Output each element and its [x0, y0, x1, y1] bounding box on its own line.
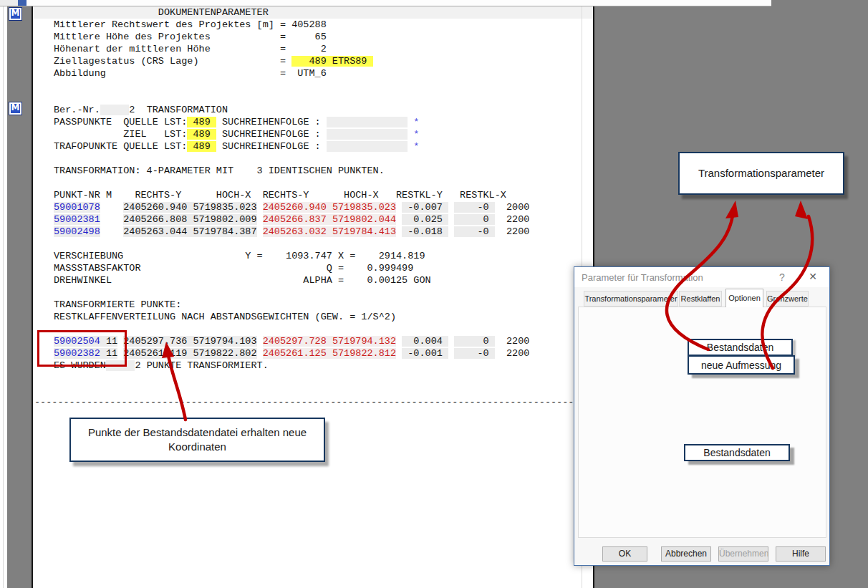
- hilfe-button[interactable]: Hilfe: [776, 546, 826, 562]
- tab-restklaffen[interactable]: Restklaffen: [679, 291, 722, 307]
- dialog-titlebar[interactable]: Parameter für Transformation ? ✕: [574, 267, 829, 287]
- document-line: [54, 238, 529, 250]
- app-window: M M DOKUMENTENPARAMETERMittlerer Rechtsw…: [0, 0, 868, 588]
- document-line: ZIEL LST: 489 SUCHREIHENFOLGE : *: [54, 128, 529, 140]
- close-icon[interactable]: ✕: [805, 271, 821, 284]
- document-line: DREHWINKEL ALPHA = 0.00125 GON: [54, 274, 529, 286]
- document-line: [54, 286, 529, 299]
- callout-text-line2: Koordinaten: [168, 440, 226, 454]
- document-line: TRAFOPUNKTE QUELLE LST: 489 SUCHREIHENFO…: [54, 140, 529, 153]
- document-line: VERSCHIEBUNG Y = 1093.747 X = 2914.819: [54, 250, 529, 262]
- document-line: Ber.-Nr. 2 TRANSFORMATION: [54, 104, 529, 116]
- help-icon[interactable]: ?: [775, 271, 789, 284]
- section-separator: ----------------------------------------…: [34, 396, 580, 408]
- parameter-transformation-dialog: Parameter für Transformation ? ✕ Transfo…: [574, 266, 830, 566]
- document-line: Ziellagestatus (CRS Lage) = 489 ETRS89: [54, 55, 529, 67]
- document-line: [54, 384, 529, 396]
- callout-bestandsdaten-punkte: Punkte der Bestandsdatendatei erhalten n…: [69, 418, 325, 462]
- document-line: Mittlerer Rechtswert des Projektes [m] =…: [54, 19, 529, 31]
- top-toolbar-strip: [0, 0, 868, 6]
- document-line: Mittlere Höhe des Projektes = 65: [54, 31, 529, 43]
- document-margin-rail: M M: [7, 6, 31, 588]
- document-line: [54, 79, 529, 92]
- overlay-label-bestandsdaten-passpunkte: Bestandsdaten: [688, 339, 793, 356]
- document-line: 59002498 2405263.044 5719784.387 2405263…: [54, 226, 529, 238]
- ok-button[interactable]: OK: [602, 546, 647, 562]
- document-line: TRANSFORMATION: 4-PARAMETER MIT 3 IDENTI…: [54, 165, 529, 177]
- arrowhead: [795, 201, 808, 219]
- uebernehmen-button[interactable]: Übernehmen: [718, 546, 768, 562]
- document-line: [54, 153, 529, 165]
- document-line: Abbildung = UTM_6: [54, 67, 529, 79]
- document-line: 59001078 2405260.940 5719835.023 2405260…: [54, 201, 529, 213]
- left-gutter: [0, 6, 7, 588]
- document-page: DOKUMENTENPARAMETERMittlerer Rechtswert …: [32, 6, 594, 588]
- tab-grenzwerte[interactable]: Grenzwerte: [766, 291, 809, 307]
- document-line: MASSSTABSFAKTOR Q = 0.999499: [54, 262, 529, 274]
- overlay-label-neue-aufmessung: neue Aufmessung: [688, 355, 795, 375]
- document-line: TRANSFORMIERTE PUNKTE:: [54, 299, 529, 311]
- arrowhead: [725, 201, 738, 218]
- callout-transformationsparameter: Transformationsparameter: [678, 152, 844, 195]
- left-gutter-divider: [3, 6, 4, 588]
- document-line: DOKUMENTENPARAMETER: [54, 6, 529, 19]
- callout-text-line1: Punkte der Bestandsdatendatei erhalten n…: [88, 425, 307, 440]
- tab-optionen[interactable]: Optionen: [725, 289, 763, 307]
- document-line: RESTKLAFFENVERTEILUNG NACH ABSTANDSGEWIC…: [54, 311, 529, 323]
- tab-transformationsparameter[interactable]: Transformationsparameter: [584, 291, 678, 307]
- abbrechen-button[interactable]: Abbrechen: [661, 546, 711, 562]
- bookmark-m-icon[interactable]: M: [9, 7, 22, 21]
- document-line: PUNKT-NR M RECHTS-Y HOCH-X RECHTS-Y HOCH…: [54, 189, 529, 201]
- callout-text: Transformationsparameter: [698, 166, 824, 180]
- annotation-rectangle: [37, 330, 127, 367]
- top-strip-active-marker[interactable]: [18, 0, 26, 6]
- document-line: 59002381 2405266.808 5719802.009 2405266…: [54, 213, 529, 226]
- dialog-title: Parameter für Transformation: [582, 272, 703, 283]
- document-line: [54, 92, 529, 104]
- overlay-label-bestandsdaten-punkte: Bestandsdaten: [684, 444, 790, 461]
- document-line: PASSPUNKTE QUELLE LST: 489 SUCHREIHENFOL…: [54, 116, 529, 128]
- bookmark-m-icon[interactable]: M: [9, 102, 22, 115]
- top-strip-tab: [26, 0, 771, 6]
- document-line: Höhenart der mittleren Höhe = 2: [54, 43, 529, 55]
- top-strip-gray: [771, 0, 868, 6]
- document-line: [54, 177, 529, 189]
- document-line: [54, 372, 529, 384]
